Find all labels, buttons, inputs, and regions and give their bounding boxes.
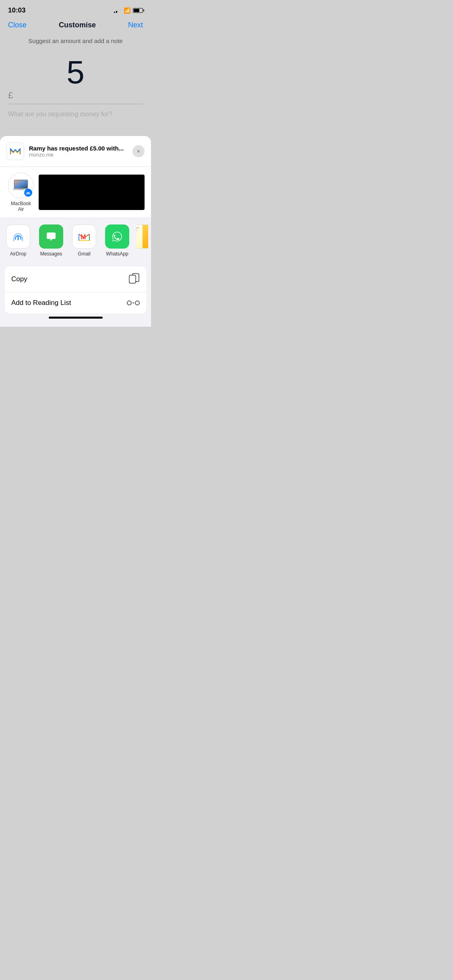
app-item-whatsapp[interactable]: WhatsApp: [103, 224, 131, 257]
signal-icon: [114, 8, 121, 13]
apps-row: AirDrop Messages: [0, 218, 151, 263]
app-item-gmail[interactable]: M Gmail: [70, 224, 98, 257]
svg-rect-15: [129, 275, 136, 283]
app-icon-whatsapp: [105, 224, 129, 249]
status-icons: 📶: [114, 7, 143, 14]
next-button[interactable]: Next: [128, 21, 143, 29]
share-close-button[interactable]: ×: [132, 145, 145, 157]
device-name: MacBookAir: [11, 201, 31, 212]
airdrop-row: MacBookAir: [0, 167, 151, 218]
app-label-whatsapp: WhatsApp: [106, 251, 128, 257]
share-preview: Ramy has requested £5.00 with... monzo.m…: [0, 136, 151, 167]
subtitle: Suggest an amount and add a note: [0, 33, 151, 48]
amount-display[interactable]: 5: [66, 56, 85, 89]
app-icon-partial: [136, 224, 148, 249]
reading-list-action[interactable]: Add to Reading List: [5, 292, 146, 313]
share-preview-text: Ramy has requested £5.00 with... monzo.m…: [29, 145, 124, 158]
home-indicator: [49, 317, 103, 319]
black-area: [39, 175, 145, 210]
airdrop-badge: [24, 189, 32, 197]
reading-list-label: Add to Reading List: [11, 299, 71, 307]
share-title: Ramy has requested £5.00 with...: [29, 145, 124, 152]
close-button[interactable]: Close: [8, 21, 27, 29]
copy-label: Copy: [11, 275, 27, 283]
svg-rect-4: [14, 180, 27, 188]
wifi-icon: 📶: [124, 7, 130, 14]
app-label-airdrop: AirDrop: [10, 251, 27, 257]
airdrop-device[interactable]: MacBookAir: [8, 173, 34, 212]
action-rows: Copy Add to Reading List: [5, 266, 146, 313]
share-sheet: Ramy has requested £5.00 with... monzo.m…: [0, 136, 151, 327]
battery-icon: [133, 8, 143, 13]
currency-symbol: £: [8, 90, 13, 101]
monzo-icon: [6, 142, 24, 160]
page-title: Customise: [59, 21, 96, 29]
app-icon-messages: [39, 224, 63, 249]
amount-area: 5 £: [0, 48, 151, 104]
nav-bar: Close Customise Next: [0, 18, 151, 33]
app-item-messages[interactable]: Messages: [37, 224, 65, 257]
app-label-gmail: Gmail: [78, 251, 90, 257]
share-url: monzo.me: [29, 152, 124, 158]
amount-row: £: [8, 89, 143, 104]
app-icon-airdrop: [6, 224, 30, 249]
share-preview-left: Ramy has requested £5.00 with... monzo.m…: [6, 142, 124, 160]
app-item-partial: ...: [136, 224, 148, 257]
app-item-airdrop[interactable]: AirDrop: [4, 224, 32, 257]
svg-rect-6: [18, 189, 24, 190]
note-placeholder[interactable]: What are you requesting money for?: [0, 104, 151, 124]
app-label-messages: Messages: [40, 251, 62, 257]
status-bar: 10:03 📶: [0, 0, 151, 18]
copy-action[interactable]: Copy: [5, 266, 146, 292]
device-icon-container: [8, 173, 34, 198]
reading-list-icon: [127, 301, 140, 305]
status-time: 10:03: [8, 6, 25, 14]
copy-icon: [128, 273, 140, 286]
app-icon-gmail: M: [72, 224, 96, 249]
svg-text:M: M: [81, 234, 86, 241]
